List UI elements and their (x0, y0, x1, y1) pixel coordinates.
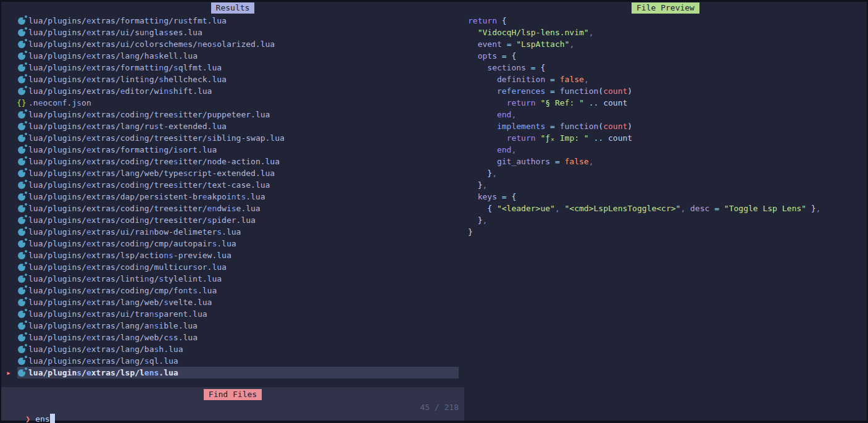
result-path: lua/plugins/extras/linting/stylelint.lua (28, 274, 222, 283)
result-row[interactable]: lua/plugins/extras/coding/multicursor.lu… (1, 261, 464, 273)
result-path: lua/plugins/extras/coding/treesitter/pup… (28, 110, 270, 119)
lua-file-icon (18, 158, 25, 165)
lua-file-icon (18, 29, 25, 36)
result-path: lua/plugins/extras/lsp/actions-preview.l… (28, 251, 232, 260)
result-row[interactable]: lua/plugins/extras/dap/persistent-breakp… (1, 191, 464, 203)
result-path: lua/plugins/extras/coding/treesitter/nod… (28, 157, 280, 166)
result-row[interactable]: lua/plugins/extras/coding/cmp/fonts.lua (1, 285, 464, 296)
code-line: git_authors = false, (468, 156, 820, 167)
code-line: references = function(count) (468, 85, 820, 97)
result-path: lua/plugins/extras/lang/web/typescript-e… (28, 169, 275, 178)
result-row[interactable]: lua/plugins/extras/lang/bash.lua (1, 343, 464, 355)
lua-file-icon (18, 64, 25, 72)
result-row[interactable]: lua/plugins/extras/editor/winshift.lua (1, 85, 464, 97)
result-path: lua/plugins/extras/lang/haskell.lua (28, 51, 198, 61)
result-row[interactable]: {}.neoconf.json (1, 97, 464, 109)
result-row[interactable]: lua/plugins/extras/lang/rust-extended.lu… (1, 120, 464, 132)
result-row[interactable]: lua/plugins/extras/formatting/sqlfmt.lua (1, 62, 464, 73)
lua-file-icon (18, 299, 25, 306)
result-row[interactable]: lua/plugins/extras/coding/cmp/autopairs.… (1, 238, 464, 249)
result-path: .neoconf.json (28, 98, 91, 107)
result-path: lua/plugins/extras/formatting/sqlfmt.lua (28, 63, 222, 72)
result-path: lua/plugins/extras/coding/treesitter/tex… (28, 180, 270, 190)
file-preview-title-badge: File Preview (632, 2, 699, 14)
lua-file-icon (18, 17, 25, 25)
result-row[interactable]: lua/plugins/extras/coding/treesitter/sib… (1, 132, 464, 144)
result-row[interactable]: lua/plugins/extras/coding/treesitter/end… (1, 203, 464, 214)
result-row[interactable]: lua/plugins/extras/lang/sql.lua (1, 355, 464, 367)
prompt-query-text: ens (35, 414, 49, 423)
result-row[interactable]: lua/plugins/extras/coding/treesitter/spi… (1, 214, 464, 226)
result-row[interactable]: lua/plugins/extras/ui/sunglasses.lua (1, 27, 464, 38)
code-line: implements = function(count) (468, 120, 820, 132)
lua-file-icon (18, 76, 25, 83)
result-row[interactable]: lua/plugins/extras/linting/shellcheck.lu… (1, 73, 464, 85)
result-counter: 45 / 218 (420, 401, 459, 413)
result-path: lua/plugins/extras/ui/sunglasses.lua (28, 28, 202, 37)
lua-file-icon (18, 334, 25, 341)
code-line: end, (468, 144, 820, 156)
result-row[interactable]: lua/plugins/extras/lang/ansible.lua (1, 320, 464, 332)
lua-file-icon (18, 146, 25, 154)
code-line: sections = { (468, 62, 820, 73)
result-row[interactable]: lua/plugins/extras/coding/treesitter/pup… (1, 109, 464, 120)
result-path: lua/plugins/extras/lsp/lens.lua (28, 368, 178, 377)
result-path: lua/plugins/extras/coding/treesitter/end… (28, 204, 261, 213)
text-cursor (50, 414, 55, 423)
result-row[interactable]: lua/plugins/extras/ui/transparent.lua (1, 308, 464, 320)
code-line: { "<leader>ue", "<cmd>LspLensToggle<cr>"… (468, 203, 820, 214)
results-list[interactable]: lua/plugins/extras/formatting/rustfmt.lu… (1, 15, 464, 379)
result-path: lua/plugins/extras/coding/multicursor.lu… (28, 262, 227, 272)
result-row[interactable]: lua/plugins/extras/lsp/actions-preview.l… (1, 249, 464, 261)
lua-file-icon (18, 123, 25, 130)
result-row[interactable]: lua/plugins/extras/coding/treesitter/nod… (1, 156, 464, 167)
lua-file-icon (18, 311, 25, 318)
prompt-input[interactable]: ❯ens 45 / 218 (6, 401, 459, 413)
code-line: event = "LspAttach", (468, 38, 820, 50)
result-row[interactable]: lua/plugins/extras/ui/rainbow-delimeters… (1, 226, 464, 238)
result-row[interactable]: lua/plugins/extras/coding/treesitter/tex… (1, 179, 464, 191)
lua-file-icon (18, 205, 25, 212)
lua-file-icon (18, 88, 25, 95)
code-line: return "ƒₓ Imp: " .. count (468, 132, 820, 144)
code-line: } (468, 226, 820, 238)
selection-caret-icon: ▸ (6, 367, 11, 379)
lua-file-icon (18, 193, 25, 201)
result-path: lua/plugins/extras/editor/winshift.lua (28, 86, 212, 96)
result-path: lua/plugins/extras/formatting/rustfmt.lu… (28, 16, 227, 25)
json-file-icon: {} (17, 97, 27, 109)
lua-file-icon (18, 252, 25, 259)
file-preview-code: return { "VidocqH/lsp-lens.nvim", event … (468, 15, 820, 238)
code-line: return "§ Ref: " .. count (468, 97, 820, 109)
lua-file-icon (18, 275, 25, 283)
lua-file-icon (18, 52, 25, 60)
lua-file-icon (18, 217, 25, 224)
result-row[interactable]: lua/plugins/extras/lang/web/svelte.lua (1, 296, 464, 308)
result-row[interactable]: lua/plugins/extras/formatting/isort.lua (1, 144, 464, 156)
result-row[interactable]: lua/plugins/extras/ui/colorschemes/neoso… (1, 38, 464, 50)
code-line: end, (468, 109, 820, 120)
result-path: lua/plugins/extras/ui/transparent.lua (28, 309, 207, 319)
result-path: lua/plugins/extras/lang/rust-extended.lu… (28, 122, 227, 131)
code-line: definition = false, (468, 73, 820, 85)
result-row[interactable]: lua/plugins/extras/formatting/rustfmt.lu… (1, 15, 464, 27)
result-path: lua/plugins/extras/coding/cmp/autopairs.… (28, 239, 236, 248)
result-row[interactable]: lua/plugins/extras/linting/stylelint.lua (1, 273, 464, 285)
result-row[interactable]: lua/plugins/extras/lang/web/css.lua (1, 332, 464, 343)
telescope-picker: Results lua/plugins/extras/formatting/ru… (1, 2, 867, 421)
code-line: return { (468, 15, 820, 27)
result-row-selected[interactable]: ▸lua/plugins/extras/lsp/lens.lua (1, 367, 464, 379)
lua-file-icon (18, 369, 25, 377)
lua-file-icon (18, 135, 25, 142)
lua-file-icon (18, 170, 25, 177)
result-row[interactable]: lua/plugins/extras/lang/haskell.lua (1, 50, 464, 62)
result-path: lua/plugins/extras/linting/shellcheck.lu… (28, 75, 227, 84)
prompt-caret-icon: ❯ (25, 414, 30, 423)
lua-file-icon (18, 358, 25, 365)
result-row[interactable]: lua/plugins/extras/lang/web/typescript-e… (1, 167, 464, 179)
lua-file-icon (18, 240, 25, 248)
results-title-badge: Results (211, 2, 255, 14)
result-path: lua/plugins/extras/ui/rainbow-delimeters… (28, 227, 241, 237)
result-path: lua/plugins/extras/formatting/isort.lua (28, 145, 217, 154)
code-line: keys = { (468, 191, 820, 203)
